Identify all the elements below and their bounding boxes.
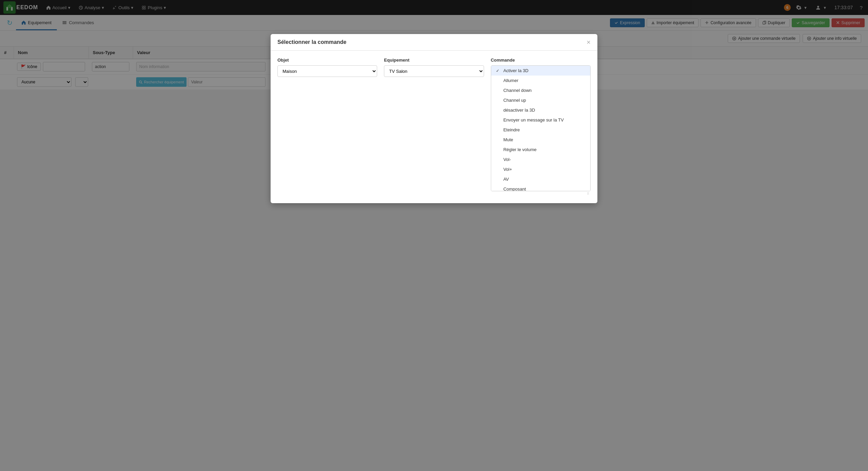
modal-commande-col: Commande ✓Activer la 3DAllumerChannel do…	[491, 58, 591, 90]
modal-selects-row: Objet Maison Equipement TV Salon Command…	[277, 58, 591, 90]
modal-objet-select[interactable]: Maison	[277, 65, 377, 77]
select-command-modal: Sélectionner la commande × Objet Maison …	[271, 34, 597, 90]
command-check-icon: ✓	[496, 68, 501, 73]
modal-equipement-label: Equipement	[384, 58, 484, 63]
modal-equipement-select[interactable]: TV Salon	[384, 65, 484, 77]
modal-body: Objet Maison Equipement TV Salon Command…	[271, 51, 597, 90]
modal-close-button[interactable]: ×	[586, 39, 591, 46]
modal-overlay: Sélectionner la commande × Objet Maison …	[0, 0, 868, 90]
command-list-item[interactable]: Channel down	[491, 85, 590, 90]
modal-commande-label: Commande	[491, 58, 591, 63]
modal-objet-col: Objet Maison	[277, 58, 377, 90]
command-list-item[interactable]: ✓Activer la 3D	[491, 66, 590, 76]
command-item-label: Channel down	[503, 88, 532, 90]
modal-header: Sélectionner la commande ×	[271, 34, 597, 51]
command-list-item[interactable]: Allumer	[491, 76, 590, 85]
command-listbox: ✓Activer la 3DAllumerChannel downChannel…	[491, 65, 591, 90]
command-item-label: Allumer	[503, 78, 518, 83]
modal-objet-label: Objet	[277, 58, 377, 63]
modal-equipement-col: Equipement TV Salon	[384, 58, 484, 90]
command-item-label: Activer la 3D	[503, 68, 529, 73]
modal-title: Sélectionner la commande	[277, 39, 347, 45]
